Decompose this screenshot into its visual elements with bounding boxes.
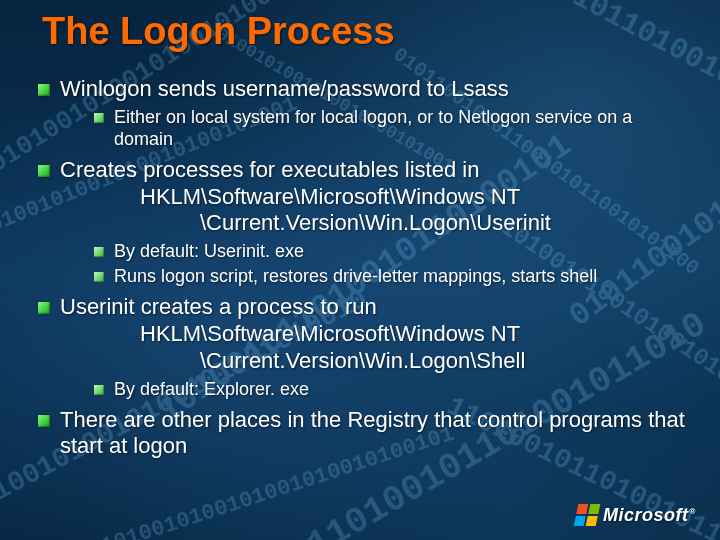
- bullet-text: By default: Explorer. exe: [114, 379, 309, 399]
- bullet-text: Winlogon sends username/password to Lsas…: [60, 76, 509, 101]
- bullet-level1: There are other places in the Registry t…: [34, 407, 692, 461]
- slide-content: Winlogon sends username/password to Lsas…: [34, 70, 692, 464]
- logo-text: Microsoft®: [603, 505, 696, 526]
- bullet-text: Userinit creates a process to run: [60, 294, 377, 319]
- bullet-level2: By default: Explorer. exe: [92, 379, 692, 401]
- bullet-level1: Winlogon sends username/password to Lsas…: [34, 76, 692, 103]
- bullet-text: Creates processes for executables listed…: [60, 157, 479, 182]
- slide: 010100101001010010100101001 101101001011…: [0, 0, 720, 540]
- bullet-level2: Either on local system for local logon, …: [92, 107, 692, 151]
- bullet-text: By default: Userinit. exe: [114, 241, 304, 261]
- bullet-continuation: \Current.Version\Win.Logon\Shell: [60, 348, 692, 375]
- microsoft-logo: Microsoft®: [576, 504, 696, 526]
- microsoft-flag-icon: [574, 504, 601, 526]
- bullet-continuation: HKLM\Software\Microsoft\Windows NT: [60, 321, 692, 348]
- bullet-level2: Runs logon script, restores drive-letter…: [92, 266, 692, 288]
- bullet-level1: Userinit creates a process to run HKLM\S…: [34, 294, 692, 374]
- bullet-text: Either on local system for local logon, …: [114, 107, 632, 149]
- bullet-level1: Creates processes for executables listed…: [34, 157, 692, 237]
- bullet-level2: By default: Userinit. exe: [92, 241, 692, 263]
- slide-title: The Logon Process: [42, 10, 395, 53]
- bullet-continuation: HKLM\Software\Microsoft\Windows NT: [60, 184, 692, 211]
- bullet-continuation: \Current.Version\Win.Logon\Userinit: [60, 210, 692, 237]
- bullet-text: Runs logon script, restores drive-letter…: [114, 266, 597, 286]
- bullet-text: There are other places in the Registry t…: [60, 407, 685, 459]
